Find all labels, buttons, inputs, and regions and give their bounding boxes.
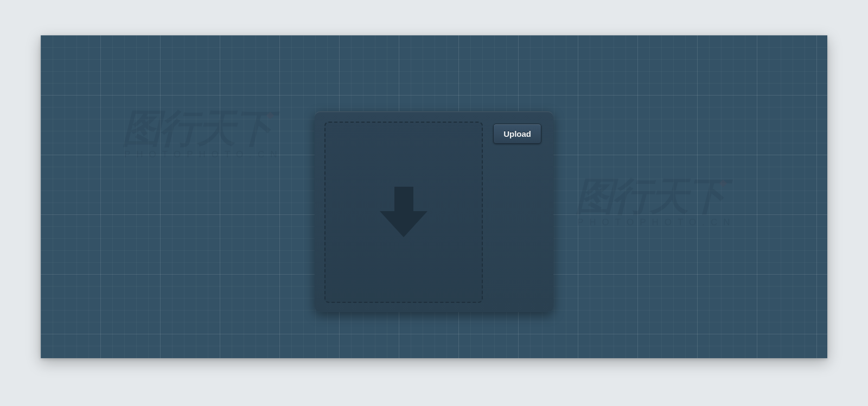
upload-button[interactable]: Upload bbox=[493, 124, 541, 144]
upload-panel: Upload bbox=[315, 111, 553, 312]
watermark: 图行天下 PHOTOPHOTO.CN bbox=[122, 109, 283, 160]
blueprint-canvas: 图行天下 PHOTOPHOTO.CN 图行天下 PHOTOPHOTO.CN Up… bbox=[41, 35, 827, 358]
arrow-down-icon bbox=[382, 187, 425, 238]
watermark: 图行天下 PHOTOPHOTO.CN bbox=[575, 176, 736, 228]
drop-zone[interactable] bbox=[324, 122, 483, 303]
